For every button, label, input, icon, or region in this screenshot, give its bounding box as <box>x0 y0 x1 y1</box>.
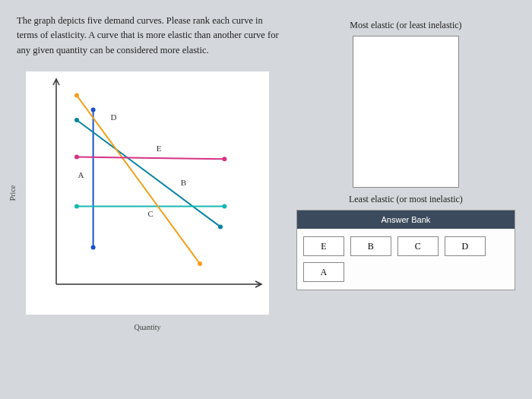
svg-point-3 <box>91 245 96 250</box>
svg-point-9 <box>222 204 226 209</box>
y-axis-label: Price <box>8 185 17 201</box>
svg-text:B: B <box>181 179 186 188</box>
answer-chip-A[interactable]: A <box>303 262 344 282</box>
x-axis-label: Quantity <box>135 323 161 331</box>
svg-point-11 <box>74 93 79 98</box>
svg-text:D: D <box>111 112 117 122</box>
answer-chip-E[interactable]: E <box>303 236 344 256</box>
answer-bank-body: EBCDA <box>297 229 515 290</box>
answer-bank: Answer Bank EBCDA <box>296 210 515 290</box>
answer-chip-D[interactable]: D <box>445 236 486 256</box>
ranking-bottom-label: Least elastic (or most inelastic) <box>296 194 515 205</box>
svg-point-12 <box>198 261 202 266</box>
demand-chart: ABCDE Price Quantity <box>26 71 269 315</box>
answer-bank-header: Answer Bank <box>297 211 515 229</box>
svg-point-5 <box>74 118 79 122</box>
svg-text:A: A <box>78 170 84 179</box>
ranking-top-label: Most elastic (or least inelastic) <box>296 20 515 31</box>
answer-chip-B[interactable]: B <box>350 236 391 256</box>
svg-text:C: C <box>148 209 154 218</box>
answer-chip-C[interactable]: C <box>397 236 439 256</box>
question-text: The graph depicts five demand curves. Pl… <box>17 14 281 58</box>
svg-text:E: E <box>157 144 162 153</box>
svg-point-2 <box>91 108 96 112</box>
ranking-drop-zone[interactable] <box>353 36 459 188</box>
svg-point-14 <box>74 155 79 160</box>
svg-point-6 <box>218 225 223 230</box>
svg-point-15 <box>222 157 226 161</box>
svg-point-8 <box>74 204 79 209</box>
